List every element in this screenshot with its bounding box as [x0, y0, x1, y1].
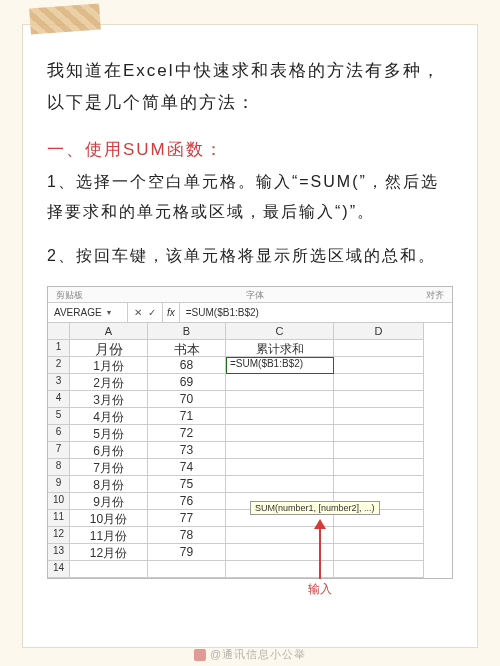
cell-D12[interactable]	[334, 527, 424, 544]
section-1-title: 一、使用SUM函数：	[47, 138, 453, 161]
cell-C1[interactable]: 累计求和	[226, 340, 334, 357]
row-header[interactable]: 5	[48, 408, 70, 425]
cell-B3[interactable]: 69	[148, 374, 226, 391]
cell-C9[interactable]	[226, 476, 334, 493]
cell-A10[interactable]: 9月份	[70, 493, 148, 510]
ribbon-row: 剪贴板 字体 对齐	[48, 287, 452, 303]
cell-C2[interactable]: =SUM($B1:B$2)	[226, 357, 334, 374]
cell-B1[interactable]: 书本	[148, 340, 226, 357]
cell-C6[interactable]	[226, 425, 334, 442]
confirm-icon[interactable]: ✓	[148, 307, 156, 318]
cell-C12[interactable]	[226, 527, 334, 544]
cell-D5[interactable]	[334, 408, 424, 425]
cell-D7[interactable]	[334, 442, 424, 459]
cell-D4[interactable]	[334, 391, 424, 408]
document-card: 我知道在Excel中快速求和表格的方法有多种，以下是几个简单的方法： 一、使用S…	[22, 24, 478, 648]
cell-A2[interactable]: 1月份	[70, 357, 148, 374]
cell-D14[interactable]	[334, 561, 424, 578]
cell-A13[interactable]: 12月份	[70, 544, 148, 561]
cell-B10[interactable]: 76	[148, 493, 226, 510]
ribbon-group-align: 对齐	[426, 289, 444, 302]
row-header[interactable]: 10	[48, 493, 70, 510]
excel-screenshot: 剪贴板 字体 对齐 AVERAGE ▼ ✕ ✓ fx =SUM($B1:B$2)…	[47, 286, 453, 579]
row-header[interactable]: 7	[48, 442, 70, 459]
row-header[interactable]: 9	[48, 476, 70, 493]
cell-B12[interactable]: 78	[148, 527, 226, 544]
function-tooltip: SUM(number1, [number2], ...)	[250, 501, 380, 515]
cell-B6[interactable]: 72	[148, 425, 226, 442]
col-header-B[interactable]: B	[148, 323, 226, 340]
row-header[interactable]: 13	[48, 544, 70, 561]
watermark-text: @通讯信息小公举	[210, 647, 306, 662]
row-header[interactable]: 4	[48, 391, 70, 408]
cell-A12[interactable]: 11月份	[70, 527, 148, 544]
cell-C7[interactable]	[226, 442, 334, 459]
row-header[interactable]: 6	[48, 425, 70, 442]
watermark-logo-icon	[194, 649, 206, 661]
cell-B4[interactable]: 70	[148, 391, 226, 408]
fx-icon[interactable]: fx	[163, 303, 180, 322]
formula-bar-controls: ✕ ✓	[128, 303, 163, 322]
cell-C3[interactable]	[226, 374, 334, 391]
cell-D3[interactable]	[334, 374, 424, 391]
col-header-A[interactable]: A	[70, 323, 148, 340]
cell-A6[interactable]: 5月份	[70, 425, 148, 442]
cell-D13[interactable]	[334, 544, 424, 561]
cell-A11[interactable]: 10月份	[70, 510, 148, 527]
select-all-corner[interactable]	[48, 323, 70, 340]
col-header-D[interactable]: D	[334, 323, 424, 340]
cell-B14[interactable]	[148, 561, 226, 578]
cell-A9[interactable]: 8月份	[70, 476, 148, 493]
cell-D9[interactable]	[334, 476, 424, 493]
cell-A1[interactable]: 月份	[70, 340, 148, 357]
row-header[interactable]: 8	[48, 459, 70, 476]
watermark: @通讯信息小公举	[194, 647, 306, 662]
spreadsheet-grid[interactable]: ABCD1月份书本累计求和21月份68=SUM($B1:B$2)32月份6943…	[48, 323, 452, 578]
cell-D1[interactable]	[334, 340, 424, 357]
row-header[interactable]: 11	[48, 510, 70, 527]
cell-A8[interactable]: 7月份	[70, 459, 148, 476]
cell-D8[interactable]	[334, 459, 424, 476]
section-1-step-2: 2、按回车键，该单元格将显示所选区域的总和。	[47, 241, 453, 271]
name-box[interactable]: AVERAGE ▼	[48, 303, 128, 322]
cell-B2[interactable]: 68	[148, 357, 226, 374]
cancel-icon[interactable]: ✕	[134, 307, 142, 318]
cell-A5[interactable]: 4月份	[70, 408, 148, 425]
cell-B13[interactable]: 79	[148, 544, 226, 561]
row-header[interactable]: 2	[48, 357, 70, 374]
cell-B7[interactable]: 73	[148, 442, 226, 459]
section-1-step-1: 1、选择一个空白单元格。输入“=SUM(”，然后选择要求和的单元格或区域，最后输…	[47, 167, 453, 228]
arrow-label: 输入	[308, 581, 332, 598]
col-header-C[interactable]: C	[226, 323, 334, 340]
cell-A14[interactable]	[70, 561, 148, 578]
cell-C13[interactable]	[226, 544, 334, 561]
cell-C4[interactable]	[226, 391, 334, 408]
cell-A3[interactable]: 2月份	[70, 374, 148, 391]
row-header[interactable]: 12	[48, 527, 70, 544]
cell-B11[interactable]: 77	[148, 510, 226, 527]
cell-B5[interactable]: 71	[148, 408, 226, 425]
cell-C5[interactable]	[226, 408, 334, 425]
intro-paragraph: 我知道在Excel中快速求和表格的方法有多种，以下是几个简单的方法：	[47, 55, 453, 120]
tape-decoration	[29, 4, 101, 35]
cell-D6[interactable]	[334, 425, 424, 442]
dropdown-icon: ▼	[106, 309, 113, 316]
name-box-value: AVERAGE	[54, 307, 102, 318]
cell-C14[interactable]	[226, 561, 334, 578]
ribbon-group-clipboard: 剪贴板	[56, 289, 83, 302]
ribbon-group-font: 字体	[246, 289, 264, 302]
spreadsheet-area: ABCD1月份书本累计求和21月份68=SUM($B1:B$2)32月份6943…	[48, 323, 452, 578]
row-header[interactable]: 1	[48, 340, 70, 357]
row-header[interactable]: 3	[48, 374, 70, 391]
cell-A7[interactable]: 6月份	[70, 442, 148, 459]
cell-C8[interactable]	[226, 459, 334, 476]
row-header[interactable]: 14	[48, 561, 70, 578]
cell-B8[interactable]: 74	[148, 459, 226, 476]
cell-B9[interactable]: 75	[148, 476, 226, 493]
formula-bar-input[interactable]: =SUM($B1:B$2)	[180, 307, 259, 318]
formula-bar: AVERAGE ▼ ✕ ✓ fx =SUM($B1:B$2)	[48, 303, 452, 323]
cell-A4[interactable]: 3月份	[70, 391, 148, 408]
cell-D2[interactable]	[334, 357, 424, 374]
